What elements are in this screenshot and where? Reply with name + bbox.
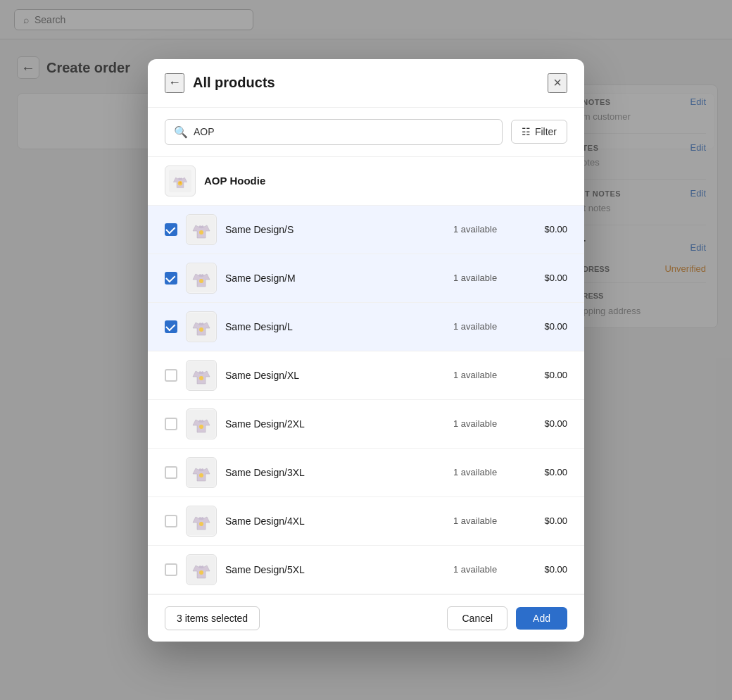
cancel-button[interactable]: Cancel <box>447 606 507 630</box>
filter-button[interactable]: ☷ Filter <box>511 120 567 144</box>
variant-row[interactable]: Same Design/2XL 1 available $0.00 <box>148 400 584 449</box>
modal-overlay: ← All products × 🔍 ☷ Filter <box>0 0 732 700</box>
variant-thumbnail <box>186 457 217 488</box>
variant-checkbox[interactable] <box>165 466 177 479</box>
variants-container: Same Design/S 1 available $0.00 Same Des… <box>148 206 584 594</box>
variant-availability: 1 available <box>453 564 517 575</box>
svg-point-5 <box>199 279 203 283</box>
modal-header: ← All products × <box>148 59 584 108</box>
variant-name: Same Design/M <box>225 273 445 284</box>
variant-thumbnail-icon <box>187 215 215 244</box>
variant-checkbox[interactable] <box>165 223 177 236</box>
variant-thumbnail-icon <box>187 556 215 584</box>
variant-name: Same Design/5XL <box>225 564 445 575</box>
variant-price: $0.00 <box>525 273 567 283</box>
variant-thumbnail <box>186 360 217 391</box>
product-group-name: AOP Hoodie <box>204 175 265 187</box>
variant-thumbnail-icon <box>187 361 215 389</box>
variant-thumbnail-icon <box>187 313 215 341</box>
variant-checkbox[interactable] <box>165 320 177 333</box>
variant-checkbox[interactable] <box>165 563 177 576</box>
svg-point-17 <box>199 570 203 575</box>
hoodie-thumbnail-icon <box>169 170 191 192</box>
selected-count-badge: 3 items selected <box>165 606 260 630</box>
variant-checkbox[interactable] <box>165 515 177 527</box>
variant-availability: 1 available <box>453 224 517 235</box>
variant-name: Same Design/XL <box>225 370 445 381</box>
variant-availability: 1 available <box>453 515 517 526</box>
variant-thumbnail <box>186 554 217 585</box>
variant-row[interactable]: Same Design/5XL 1 available $0.00 <box>148 546 584 594</box>
variant-thumbnail <box>186 263 217 294</box>
variant-price: $0.00 <box>525 467 567 477</box>
variant-name: Same Design/4XL <box>225 515 445 527</box>
modal-search-bar: 🔍 ☷ Filter <box>148 108 584 157</box>
variant-thumbnail-icon <box>187 458 215 487</box>
variant-checkbox[interactable] <box>165 369 177 382</box>
svg-point-15 <box>199 522 203 526</box>
variant-row[interactable]: Same Design/XL 1 available $0.00 <box>148 351 584 400</box>
variant-row[interactable]: Same Design/S 1 available $0.00 <box>148 206 584 254</box>
variant-price: $0.00 <box>525 418 567 429</box>
variant-checkbox[interactable] <box>165 418 177 430</box>
variant-availability: 1 available <box>453 321 517 332</box>
svg-point-11 <box>199 425 203 429</box>
variant-availability: 1 available <box>453 418 517 429</box>
variant-checkbox[interactable] <box>165 272 177 285</box>
variant-price: $0.00 <box>525 564 567 575</box>
close-icon: × <box>553 75 562 91</box>
variant-row[interactable]: Same Design/4XL 1 available $0.00 <box>148 497 584 546</box>
variant-availability: 1 available <box>453 370 517 380</box>
search-icon: 🔍 <box>174 125 188 139</box>
variant-thumbnail <box>186 311 217 342</box>
variant-availability: 1 available <box>453 273 517 283</box>
svg-point-7 <box>199 327 203 332</box>
variant-availability: 1 available <box>453 467 517 477</box>
filter-icon: ☷ <box>522 126 531 137</box>
variant-thumbnail <box>186 408 217 439</box>
svg-point-3 <box>199 230 203 235</box>
variant-price: $0.00 <box>525 224 567 235</box>
variant-name: Same Design/2XL <box>225 418 445 430</box>
modal-title: All products <box>193 75 539 91</box>
variant-name: Same Design/3XL <box>225 467 445 478</box>
variant-thumbnail <box>186 214 217 245</box>
search-input-wrap[interactable]: 🔍 <box>165 119 503 145</box>
variant-thumbnail-icon <box>187 264 215 292</box>
product-group-thumbnail <box>165 165 196 196</box>
variant-thumbnail-icon <box>187 507 215 535</box>
variant-price: $0.00 <box>525 321 567 332</box>
variant-row[interactable]: Same Design/L 1 available $0.00 <box>148 303 584 351</box>
modal-footer: 3 items selected Cancel Add <box>148 594 584 642</box>
svg-point-13 <box>199 473 203 477</box>
variant-name: Same Design/S <box>225 224 445 235</box>
svg-point-9 <box>199 376 203 380</box>
modal-back-button[interactable]: ← <box>165 73 184 93</box>
filter-label: Filter <box>535 126 557 137</box>
product-group-header: AOP Hoodie <box>148 157 584 206</box>
variant-price: $0.00 <box>525 370 567 380</box>
search-input[interactable] <box>194 126 493 137</box>
modal-back-icon: ← <box>168 75 181 90</box>
variant-thumbnail <box>186 506 217 537</box>
modal-close-button[interactable]: × <box>548 73 567 93</box>
variant-name: Same Design/L <box>225 321 445 332</box>
add-button[interactable]: Add <box>516 607 567 630</box>
variant-price: $0.00 <box>525 515 567 526</box>
product-list: AOP Hoodie Same Design/S 1 available $0.… <box>148 157 584 594</box>
variant-thumbnail-icon <box>187 410 215 438</box>
products-modal: ← All products × 🔍 ☷ Filter <box>148 59 584 642</box>
variant-row[interactable]: Same Design/M 1 available $0.00 <box>148 254 584 303</box>
variant-row[interactable]: Same Design/3XL 1 available $0.00 <box>148 449 584 497</box>
